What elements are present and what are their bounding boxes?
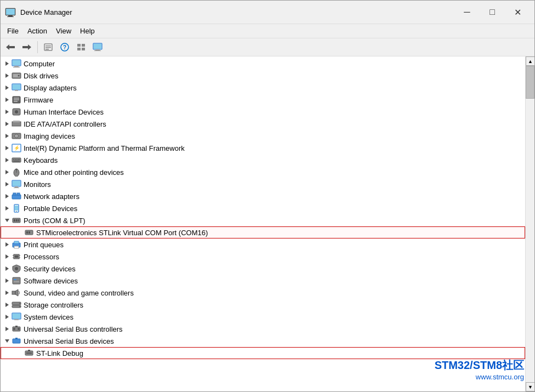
expand-btn-intel-dynamic[interactable] (3, 144, 12, 152)
expand-btn-processors[interactable] (3, 252, 12, 261)
svg-rect-71 (13, 193, 16, 195)
scrollbar[interactable]: ▲ ▼ (525, 56, 534, 391)
svg-rect-88 (14, 246, 19, 248)
expand-btn-sound[interactable] (3, 288, 12, 297)
label-storage: Storage controllers (24, 301, 83, 309)
expand-btn-keyboards[interactable] (3, 156, 12, 164)
tree-item-hid[interactable]: Human Interface Devices (1, 106, 525, 118)
tree-item-usb-devices[interactable]: Universal Serial Bus devices (1, 335, 525, 347)
icon-stmicro (24, 228, 34, 237)
window-controls: ─ □ ✕ (454, 4, 530, 20)
expand-btn-usb-controllers[interactable] (3, 325, 12, 333)
expand-btn-network[interactable] (3, 192, 12, 201)
back-button[interactable] (3, 40, 18, 54)
expand-btn-disk-drives[interactable] (3, 71, 12, 80)
tree-item-sound[interactable]: Sound, video and game controllers (1, 287, 525, 299)
tree-item-disk-drives[interactable]: Disk drives (1, 70, 525, 82)
tree-item-computer[interactable]: Computer (1, 58, 525, 70)
tree-item-software[interactable]: Software devices (1, 275, 525, 287)
tree-item-storage[interactable]: Storage controllers (1, 299, 525, 311)
menu-help[interactable]: Help (76, 25, 99, 37)
expand-btn-hid[interactable] (3, 107, 12, 116)
icon-usb-controllers (12, 324, 21, 334)
device-tree[interactable]: ComputerDisk drivesDisplay adaptersFirmw… (1, 56, 525, 391)
label-security: Security devices (24, 265, 76, 273)
label-system: System devices (24, 313, 73, 321)
minimize-button[interactable]: ─ (454, 4, 480, 20)
tree-item-usb-controllers[interactable]: Universal Serial Bus controllers (1, 323, 525, 335)
svg-rect-24 (13, 60, 20, 65)
svg-rect-91 (15, 255, 18, 258)
svg-point-42 (15, 110, 18, 113)
label-ports: Ports (COM & LPT) (24, 217, 86, 225)
svg-rect-123 (28, 350, 30, 351)
menu-view[interactable]: View (52, 25, 76, 37)
tree-item-processors[interactable]: Processors (1, 251, 525, 263)
svg-marker-110 (5, 315, 9, 319)
label-display-adapters: Display adapters (24, 84, 77, 92)
icon-storage (12, 300, 21, 310)
expand-btn-software[interactable] (3, 276, 12, 285)
tree-item-network[interactable]: Network adapters (1, 190, 525, 202)
properties-button[interactable] (41, 40, 56, 54)
expand-btn-display-adapters[interactable] (3, 83, 12, 92)
expand-btn-stlink-debug[interactable] (15, 349, 24, 357)
svg-marker-31 (5, 86, 9, 90)
expand-btn-imaging[interactable] (3, 132, 12, 140)
icon-disk-drives (12, 71, 21, 81)
help-button[interactable]: ? (57, 40, 72, 54)
icon-mice (12, 167, 21, 177)
expand-btn-monitors[interactable] (3, 180, 12, 189)
svg-point-49 (16, 135, 18, 137)
tree-item-keyboards[interactable]: Keyboards (1, 154, 525, 166)
scrollbar-track[interactable] (526, 66, 534, 382)
menu-action[interactable]: Action (23, 25, 52, 37)
svg-rect-5 (9, 46, 15, 48)
icon-firmware (12, 95, 21, 105)
tree-item-system[interactable]: System devices (1, 311, 525, 323)
expand-btn-usb-devices[interactable] (3, 337, 12, 345)
expand-btn-security[interactable] (3, 264, 12, 273)
expand-btn-mice[interactable] (3, 168, 12, 177)
tree-item-print[interactable]: Print queues (1, 238, 525, 251)
svg-rect-38 (14, 99, 19, 100)
tree-item-monitors[interactable]: Monitors (1, 178, 525, 190)
menu-file[interactable]: File (3, 25, 23, 37)
tree-item-display-adapters[interactable]: Display adapters (1, 82, 525, 94)
expand-btn-storage[interactable] (3, 300, 12, 309)
menu-bar: File Action View Help (1, 24, 534, 38)
monitor-button[interactable] (90, 40, 105, 54)
expand-btn-portable[interactable] (3, 204, 12, 213)
expand-btn-system[interactable] (3, 313, 12, 321)
tree-item-ide[interactable]: IDE ATA/ATAPI controllers (1, 118, 525, 130)
tree-item-ports[interactable]: Ports (COM & LPT) (1, 214, 525, 226)
close-button[interactable]: ✕ (505, 4, 530, 20)
icon-print (12, 240, 21, 249)
expand-btn-computer[interactable] (3, 59, 12, 68)
expand-btn-stmicro[interactable] (15, 228, 24, 237)
svg-rect-14 (77, 44, 81, 47)
tree-item-portable[interactable]: Portable Devices (1, 202, 525, 214)
tree-item-mice[interactable]: Mice and other pointing devices (1, 166, 525, 178)
tree-item-intel-dynamic[interactable]: ⚡Intel(R) Dynamic Platform and Thermal F… (1, 142, 525, 154)
svg-point-108 (19, 303, 20, 304)
expand-btn-firmware[interactable] (3, 95, 12, 104)
scrollbar-thumb[interactable] (526, 66, 534, 99)
tree-item-stmicro[interactable]: STMicroelectronics STLink Virtual COM Po… (1, 226, 525, 238)
expand-btn-print[interactable] (3, 240, 12, 249)
expand-btn-ports[interactable] (3, 216, 12, 225)
tree-item-firmware[interactable]: Firmware (1, 94, 525, 106)
view-button[interactable] (73, 40, 89, 54)
forward-button[interactable] (19, 40, 35, 54)
svg-marker-4 (6, 44, 9, 50)
maximize-button[interactable]: □ (480, 4, 505, 20)
scroll-up-button[interactable]: ▲ (526, 56, 534, 66)
icon-system (12, 312, 21, 322)
expand-btn-ide[interactable] (3, 120, 12, 128)
tree-item-security[interactable]: Security devices (1, 263, 525, 275)
scroll-down-button[interactable]: ▼ (526, 382, 534, 391)
svg-marker-35 (5, 98, 9, 102)
icon-imaging (12, 131, 21, 141)
tree-item-stlink-debug[interactable]: ST-Link Debug (1, 347, 525, 359)
tree-item-imaging[interactable]: Imaging devices (1, 130, 525, 142)
